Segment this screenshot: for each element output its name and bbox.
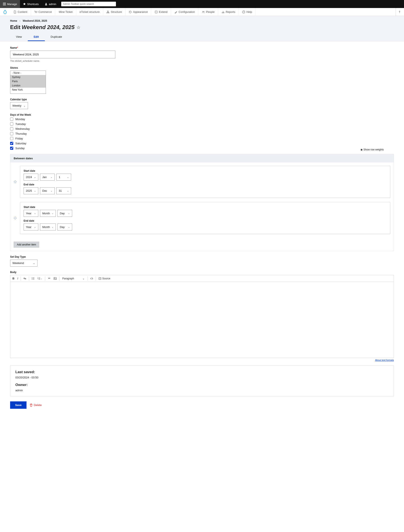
day-checkbox-friday[interactable] [10,137,13,140]
field-body: Body B I 12⌄ Paragraph ⌄ [10,271,394,361]
numbered-list-button[interactable]: 12⌄ [36,276,44,281]
delete-button[interactable]: Delete [30,403,42,407]
breadcrumb-home[interactable]: Home [10,19,17,22]
menu-eticket-structure[interactable]: eTicket structure [76,8,103,16]
about-text-formats-link[interactable]: About text formats [375,359,394,361]
menu-help[interactable]: ?Help [239,8,256,16]
between-dates-legend: Between dates [10,154,394,162]
store-option-none[interactable]: - None - [10,71,46,75]
people-icon [202,11,205,13]
menu-extend[interactable]: Extend [151,8,171,16]
manage-toggle[interactable]: Manage [0,0,20,8]
bulleted-list-button[interactable] [30,276,36,281]
day-checkbox-sunday[interactable] [10,147,13,150]
link-button[interactable] [22,276,28,281]
image-button[interactable] [52,276,58,281]
add-another-item-button[interactable]: Add another item [14,242,39,247]
star-outline-icon[interactable]: ☆ [76,25,80,30]
calendar-type-select[interactable]: Weekly ⌄ [10,102,28,109]
start-date-year-select[interactable]: Year⌄ [24,210,38,217]
end-date-day-select[interactable]: Day⌄ [57,224,72,231]
admin-user-link[interactable]: admin [42,0,59,8]
start-date-month-select[interactable]: Month⌄ [40,210,56,217]
toolbar-orientation-toggle[interactable] [396,8,404,16]
menu-reports[interactable]: Reports [218,8,239,16]
paragraph-format-select[interactable]: Paragraph ⌄ [61,276,86,281]
menu-content[interactable]: Content [10,8,31,16]
tab-edit[interactable]: Edit [28,33,45,41]
tab-view[interactable]: View [10,33,28,41]
name-input[interactable] [10,51,115,58]
svg-rect-6 [155,11,157,13]
end-date-day-select[interactable]: 31⌄ [56,187,71,194]
menu-structure[interactable]: Structure [103,8,126,16]
day-checkbox-thursday[interactable] [10,132,13,135]
editor-content-area[interactable] [10,282,394,358]
menu-appearance[interactable]: Appearance [126,8,151,16]
field-days-of-week: Days of the Week MondayTuesdayWednesdayT… [10,113,394,150]
day-checkbox-wednesday[interactable] [10,127,13,130]
store-option-sydney[interactable]: Sydney [10,75,46,79]
store-option-london[interactable]: London [10,84,46,88]
tab-duplicate[interactable]: Duplicate [45,33,68,41]
start-date-day-select[interactable]: 1⌄ [56,174,71,181]
toolbar-search-input[interactable] [61,2,116,6]
start-date-year-select[interactable]: 2024⌄ [24,174,38,181]
chevron-down-icon: ⌄ [68,226,70,228]
menu-people[interactable]: People [198,8,218,16]
toolbar-search [61,2,116,6]
save-button[interactable]: Save [10,401,26,409]
menu-mine-ticket[interactable]: Mine Ticket [55,8,76,16]
bold-button[interactable]: B [11,276,16,281]
stores-label: Stores [10,66,394,69]
show-row-weights-link[interactable]: ◉ Show row weights [360,148,384,151]
end-date-year-select[interactable]: 2025⌄ [24,187,38,194]
day-label: Thursday [15,132,27,135]
breadcrumb-separator: › [19,19,20,22]
chevron-down-icon: ⌄ [67,189,69,192]
blockquote-button[interactable] [46,276,52,281]
svg-rect-9 [222,12,222,13]
day-checkbox-monday[interactable] [10,117,13,121]
chevron-down-icon: ⌄ [50,176,52,178]
store-option-paris[interactable]: Paris [10,79,46,84]
owner-label: Owner: [15,383,389,387]
menu-commerce[interactable]: Commerce [31,8,56,16]
drupal-logo[interactable] [0,8,10,16]
end-date-label: End date [24,219,387,222]
topbar: Manage Shortcuts admin [0,0,404,8]
end-date-year-select[interactable]: Year⌄ [24,224,38,231]
svg-point-8 [203,11,204,12]
page-header-region: Home › Weekend 2024, 2025 Edit Weekend 2… [0,16,404,41]
stores-listbox[interactable]: - None - Sydney Paris London New York [10,71,46,94]
italic-button[interactable]: I [16,276,19,281]
help-icon: ? [242,11,245,13]
main-content: Name* The eticket_scheduler name. Stores… [0,41,404,419]
drag-handle-icon[interactable] [14,180,20,183]
breadcrumb: Home › Weekend 2024, 2025 [10,19,394,22]
store-option-newyork[interactable]: New York [10,88,46,92]
chevron-down-icon: ⌄ [67,176,69,178]
day-row-wednesday: Wednesday [10,127,394,130]
shortcuts-link[interactable]: Shortcuts [20,0,42,8]
code-button[interactable] [89,276,95,281]
form-actions: Save Delete [10,401,394,409]
start-date-month-select[interactable]: Jan⌄ [40,174,55,181]
day-label: Sunday [15,147,25,150]
drag-handle-icon[interactable] [14,217,20,220]
day-type-select[interactable]: Weekend ⌄ [10,260,38,266]
end-date-month-select[interactable]: Dec⌄ [40,187,55,194]
menu-configuration[interactable]: Configuration [171,8,198,16]
chevron-down-icon: ⌄ [41,278,43,279]
source-button[interactable]: Source [97,276,112,281]
field-stores: Stores - None - Sydney Paris London New … [10,66,394,94]
chevron-down-icon: ⌄ [82,277,85,280]
breadcrumb-current: Weekend 2024, 2025 [23,19,47,22]
start-date-day-select[interactable]: Day⌄ [57,210,72,217]
chevron-down-icon: ⌄ [51,226,53,228]
day-checkbox-saturday[interactable] [10,142,13,145]
day-checkbox-tuesday[interactable] [10,123,13,126]
day-label: Monday [15,117,25,121]
svg-rect-10 [223,11,223,13]
end-date-month-select[interactable]: Month⌄ [40,224,56,231]
